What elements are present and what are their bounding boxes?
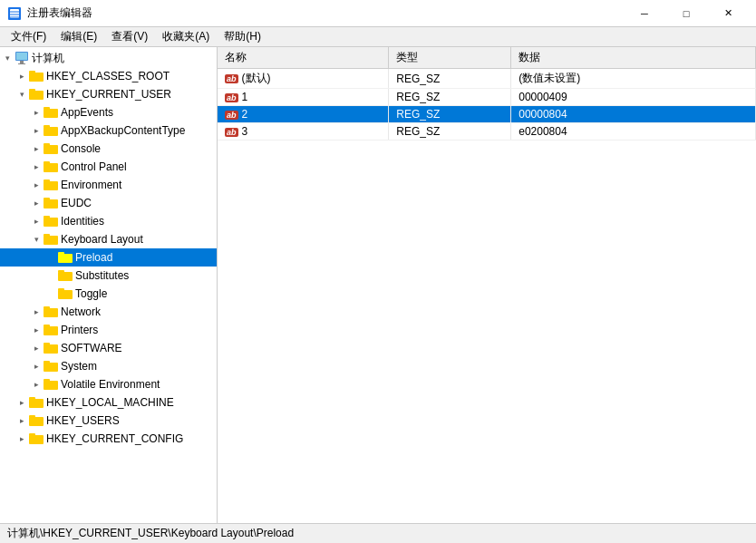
expand-icon[interactable]: ▸	[29, 359, 44, 373]
tree-node-control_panel[interactable]: ▸Control Panel	[0, 158, 217, 176]
cell-data: 00000804	[511, 106, 756, 123]
tree-node-label: SOFTWARE	[61, 342, 122, 354]
reg-type-icon: ab	[225, 93, 238, 102]
tree-node-printers[interactable]: ▸Printers	[0, 321, 217, 339]
expand-icon[interactable]: ▾	[29, 232, 44, 247]
expand-icon[interactable]: ▸	[15, 431, 29, 446]
svg-rect-25	[44, 218, 58, 227]
svg-rect-16	[44, 125, 50, 128]
svg-rect-8	[18, 63, 25, 64]
close-button[interactable]: ✕	[707, 0, 749, 27]
tree-node-environment[interactable]: ▸Environment	[0, 176, 217, 194]
svg-rect-44	[44, 379, 50, 382]
folder-icon	[44, 305, 58, 319]
expand-icon[interactable]: ▸	[29, 141, 44, 156]
menu-item-文件f[interactable]: 文件(F)	[4, 27, 53, 46]
svg-rect-21	[44, 181, 58, 190]
expand-icon[interactable]: ▸	[15, 69, 29, 83]
main-area: ▾计算机▸HKEY_CLASSES_ROOT▾HKEY_CURRENT_USER…	[0, 47, 756, 523]
svg-rect-17	[44, 145, 58, 154]
folder-icon	[58, 250, 73, 265]
cell-name: ab2	[218, 106, 389, 123]
expand-icon[interactable]: ▸	[29, 305, 44, 319]
svg-rect-37	[44, 326, 58, 335]
registry-tree[interactable]: ▾计算机▸HKEY_CLASSES_ROOT▾HKEY_CURRENT_USER…	[0, 47, 218, 523]
cell-data: e0200804	[511, 123, 756, 141]
expand-icon[interactable]: ▸	[29, 178, 44, 192]
svg-rect-47	[29, 417, 44, 426]
svg-rect-39	[44, 344, 58, 354]
tree-node-hkey_users[interactable]: ▸HKEY_USERS	[0, 412, 217, 430]
tree-node-network[interactable]: ▸Network	[0, 303, 217, 321]
tree-node-label: Toggle	[75, 287, 107, 300]
tree-node-appevents[interactable]: ▸AppEvents	[0, 103, 217, 121]
tree-node-label: AppEvents	[61, 106, 113, 119]
cell-name: ab1	[218, 89, 389, 106]
expand-icon[interactable]: ▸	[29, 214, 44, 228]
table-row[interactable]: ab2REG_SZ00000804	[218, 106, 756, 123]
expand-icon[interactable]: ▸	[29, 123, 44, 138]
tree-node-appxbackupcontenttype[interactable]: ▸AppXBackupContentType	[0, 121, 217, 140]
svg-rect-14	[44, 107, 50, 110]
svg-rect-42	[44, 361, 50, 364]
maximize-button[interactable]: □	[665, 0, 707, 27]
tree-node-label: Control Panel	[61, 160, 127, 173]
tree-node-keyboard_layout[interactable]: ▾Keyboard Layout	[0, 230, 217, 248]
table-row[interactable]: ab3REG_SZe0200804	[218, 123, 756, 141]
tree-node-software[interactable]: ▸SOFTWARE	[0, 339, 217, 357]
expand-icon[interactable]: ▸	[29, 341, 44, 355]
expand-icon[interactable]: ▸	[29, 377, 44, 392]
tree-node-console[interactable]: ▸Console	[0, 140, 217, 158]
tree-node-hkey_current_user[interactable]: ▾HKEY_CURRENT_USER	[0, 85, 217, 103]
tree-node-preload[interactable]: Preload	[0, 248, 217, 267]
menu-item-帮助h[interactable]: 帮助(H)	[217, 27, 268, 46]
svg-rect-9	[29, 73, 44, 82]
svg-rect-45	[29, 399, 44, 408]
expand-icon[interactable]: ▾	[0, 51, 15, 65]
col-type: 类型	[389, 47, 511, 69]
expand-icon[interactable]: ▸	[29, 160, 44, 174]
tree-node-label: System	[61, 360, 97, 373]
expand-icon[interactable]: ▸	[15, 395, 29, 410]
svg-rect-35	[44, 308, 58, 317]
folder-icon	[44, 323, 58, 337]
tree-node-eudc[interactable]: ▸EUDC	[0, 194, 217, 212]
table-row[interactable]: ab1REG_SZ00000409	[218, 89, 756, 106]
tree-node-toggle[interactable]: Toggle	[0, 285, 217, 303]
menu-item-查看v[interactable]: 查看(V)	[104, 27, 155, 46]
app-icon	[7, 6, 22, 21]
svg-rect-33	[58, 290, 73, 299]
window-controls: ─ □ ✕	[624, 0, 749, 27]
folder-icon	[44, 105, 58, 120]
tree-node-hkey_classes_root[interactable]: ▸HKEY_CLASSES_ROOT	[0, 67, 217, 85]
tree-node-system[interactable]: ▸System	[0, 357, 217, 375]
tree-node-label: Keyboard Layout	[61, 233, 143, 246]
minimize-button[interactable]: ─	[624, 0, 665, 27]
expand-icon[interactable]: ▸	[29, 196, 44, 210]
tree-node-substitutes[interactable]: Substitutes	[0, 267, 217, 285]
computer-icon	[15, 51, 29, 65]
tree-node-label: HKEY_LOCAL_MACHINE	[46, 396, 174, 409]
table-scroll-area[interactable]: 名称 类型 数据 ab(默认)REG_SZ(数值未设置)ab1REG_SZ000…	[218, 47, 756, 523]
svg-rect-38	[44, 325, 50, 327]
expand-icon[interactable]: ▸	[15, 413, 29, 428]
tree-node-volatile_environment[interactable]: ▸Volatile Environment	[0, 375, 217, 393]
menu-item-编辑e[interactable]: 编辑(E)	[53, 27, 104, 46]
table-row[interactable]: ab(默认)REG_SZ(数值未设置)	[218, 69, 756, 89]
tree-node-label: Environment	[61, 179, 121, 191]
tree-node-computer[interactable]: ▾计算机	[0, 49, 217, 67]
svg-rect-49	[29, 435, 44, 444]
menu-item-收藏夹a[interactable]: 收藏夹(A)	[155, 27, 217, 46]
tree-node-hkey_local_machine[interactable]: ▸HKEY_LOCAL_MACHINE	[0, 393, 217, 412]
reg-type-icon: ab	[225, 128, 238, 137]
tree-node-hkey_current_config[interactable]: ▸HKEY_CURRENT_CONFIG	[0, 430, 217, 448]
svg-rect-43	[44, 381, 58, 390]
expand-icon[interactable]: ▾	[15, 87, 29, 102]
tree-node-label: EUDC	[61, 197, 92, 209]
tree-node-identities[interactable]: ▸Identities	[0, 212, 217, 230]
expand-icon[interactable]: ▸	[29, 105, 44, 120]
expand-icon[interactable]: ▸	[29, 323, 44, 337]
menu-bar: 文件(F)编辑(E)查看(V)收藏夹(A)帮助(H)	[0, 27, 756, 47]
registry-table: 名称 类型 数据 ab(默认)REG_SZ(数值未设置)ab1REG_SZ000…	[218, 47, 756, 141]
svg-rect-30	[58, 252, 64, 255]
